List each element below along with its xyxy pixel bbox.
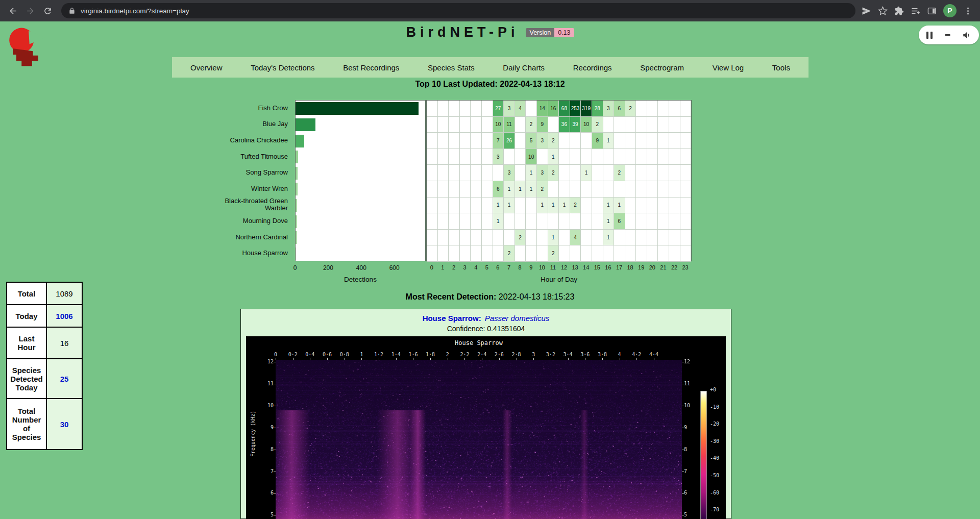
detection-bar (296, 167, 298, 180)
heatmap-cell: 2 (504, 245, 515, 262)
stats-value[interactable]: 1006 (46, 305, 82, 327)
reading-list-icon[interactable] (911, 6, 920, 16)
heatmap-cell (427, 230, 438, 246)
bookmark-star-icon[interactable] (878, 6, 888, 16)
nav-item-daily-charts[interactable]: Daily Charts (503, 63, 545, 72)
reload-button[interactable] (40, 3, 55, 18)
heatmap-cell: 1 (614, 197, 625, 214)
address-bar[interactable]: virginia.birdnetpi.com/?stream=play (61, 3, 855, 18)
heatmap-cell (581, 245, 592, 262)
heatmap-cell: 1 (515, 181, 526, 197)
heatmap-cell (548, 117, 559, 133)
stats-value[interactable]: 25 (46, 359, 82, 399)
hour-tick: 9 (529, 264, 532, 270)
heatmap-cell (449, 245, 460, 262)
nav-item-tools[interactable]: Tools (772, 63, 790, 72)
profile-avatar[interactable]: P (943, 4, 957, 17)
heatmap-cell (427, 149, 438, 165)
spectrogram-x-tick: 2·6 (495, 352, 504, 357)
menu-kebab-icon[interactable] (963, 6, 973, 16)
heatmap-cell (471, 149, 482, 165)
nav-item-overview[interactable]: Overview (190, 63, 223, 72)
heatmap-cell (581, 133, 592, 149)
spectrogram-tick-mark (654, 358, 654, 360)
heatmap-cell (526, 213, 537, 230)
heatmap-cell (559, 245, 570, 262)
heatmap-cell: 2 (625, 101, 636, 117)
back-button[interactable] (5, 3, 20, 18)
nav-item-best-recordings[interactable]: Best Recordings (343, 63, 399, 72)
spectrogram-tick-mark (620, 358, 620, 360)
heatmap-cell (482, 197, 493, 214)
heatmap-cell: 28 (592, 101, 603, 117)
heatmap-cell (669, 165, 680, 181)
hour-tick: 10 (539, 264, 545, 270)
detection-bar (296, 135, 304, 147)
hour-tick: 22 (671, 264, 677, 270)
spectrogram-y-tick: 10 (684, 403, 700, 409)
heatmap-cell (636, 117, 647, 133)
detection-bar (296, 199, 297, 212)
detection-bar (296, 248, 296, 260)
heatmap-cell (680, 230, 692, 246)
heatmap-cell (471, 117, 482, 133)
extensions-puzzle-icon[interactable] (894, 6, 904, 16)
nav-item-species-stats[interactable]: Species Stats (428, 63, 475, 72)
side-panel-icon[interactable] (927, 6, 937, 16)
species-common-name[interactable]: House Sparrow: (423, 314, 481, 323)
heatmap-cell (482, 101, 493, 117)
nav-item-spectrogram[interactable]: Spectrogram (640, 63, 684, 72)
back-arrow-icon (8, 6, 18, 16)
heatmap-cell (680, 213, 692, 230)
species-label: Northern Cardinal (223, 229, 290, 245)
spectrogram-tick-mark (464, 358, 465, 360)
heatmap-cell (581, 181, 592, 197)
stats-value[interactable]: 30 (46, 399, 82, 450)
detections-tick: 0 (293, 264, 297, 271)
heatmap-cell (625, 165, 636, 181)
spectrogram-tick-mark (361, 358, 362, 360)
spectrogram-x-tick: 1·6 (408, 352, 418, 357)
heatmap-cell (592, 149, 603, 165)
detection-bar (296, 102, 419, 115)
volume-icon[interactable] (962, 31, 971, 40)
spectrogram-tick-mark (499, 358, 500, 360)
forward-button[interactable] (22, 3, 38, 18)
spectrogram-canvas (276, 360, 682, 519)
heatmap-cell (658, 245, 669, 262)
nav-item-view-log[interactable]: View Log (713, 63, 744, 72)
heatmap-cell (482, 149, 493, 165)
send-extension-icon[interactable] (862, 6, 871, 16)
heatmap-cell (537, 245, 548, 262)
heatmap-cell (625, 197, 636, 214)
heatmap-cell (680, 149, 692, 165)
heatmap-cell: 1 (493, 213, 504, 230)
heatmap-cell (603, 181, 615, 197)
heatmap-cell: 7 (493, 133, 504, 149)
spectrogram-tick-mark (517, 358, 517, 360)
nav-item-today-s-detections[interactable]: Today's Detections (251, 63, 314, 72)
heatmap-cell (658, 165, 669, 181)
heatmap-cell (625, 245, 636, 262)
seek-dash[interactable] (945, 34, 950, 36)
spectrogram-tick-mark (274, 493, 276, 493)
heatmap-cell (669, 101, 680, 117)
audio-player[interactable] (919, 26, 979, 44)
chrome-toolbar-icons: P (862, 4, 975, 17)
heatmap-cell (570, 165, 581, 181)
heatmap-cell (647, 181, 658, 197)
heatmap-cell (515, 213, 526, 230)
heatmap-cell (449, 230, 460, 246)
pause-button[interactable] (926, 32, 933, 39)
heatmap-cell (471, 230, 482, 246)
heatmap-cell (658, 133, 669, 149)
heatmap-cell (449, 149, 460, 165)
heatmap-cell (636, 133, 647, 149)
spectrogram-tick-mark (682, 472, 684, 472)
species-latin-name[interactable]: Passer domesticus (485, 314, 550, 323)
spectrogram-y-tick: 9 (684, 425, 700, 431)
species-link[interactable]: House Sparrow:Passer domesticus (241, 314, 731, 323)
spectrogram-y-tick: 12 (684, 359, 700, 365)
nav-item-recordings[interactable]: Recordings (573, 63, 612, 72)
colorbar-tick: +0 (710, 387, 716, 393)
